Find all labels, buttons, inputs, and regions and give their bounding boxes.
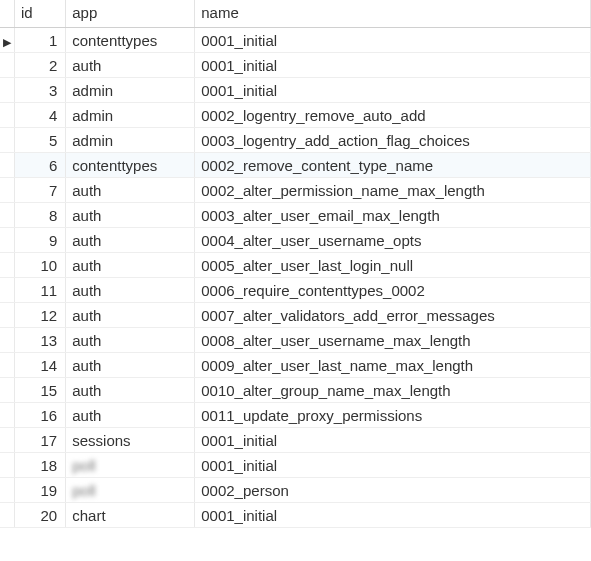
table-row[interactable]: 4admin0002_logentry_remove_auto_add	[0, 103, 591, 128]
cell-id[interactable]: 11	[15, 278, 66, 303]
column-header-name[interactable]: name	[195, 0, 591, 28]
current-row-indicator-icon: ▶	[3, 37, 11, 48]
cell-app[interactable]: auth	[66, 53, 195, 78]
row-indicator-cell	[0, 253, 15, 278]
row-indicator-cell	[0, 53, 15, 78]
cell-app[interactable]: sessions	[66, 428, 195, 453]
cell-name[interactable]: 0003_alter_user_email_max_length	[195, 203, 591, 228]
cell-name[interactable]: 0002_alter_permission_name_max_length	[195, 178, 591, 203]
column-header-id[interactable]: id	[15, 0, 66, 28]
cell-app[interactable]: poll	[66, 478, 195, 503]
table-row[interactable]: 11auth0006_require_contenttypes_0002	[0, 278, 591, 303]
cell-id[interactable]: 1	[15, 28, 66, 53]
table-row[interactable]: 6contenttypes0002_remove_content_type_na…	[0, 153, 591, 178]
table-row[interactable]: 7auth0002_alter_permission_name_max_leng…	[0, 178, 591, 203]
row-indicator-cell	[0, 503, 15, 528]
cell-app[interactable]: admin	[66, 128, 195, 153]
row-indicator-cell	[0, 78, 15, 103]
row-indicator-cell	[0, 478, 15, 503]
cell-name[interactable]: 0001_initial	[195, 428, 591, 453]
cell-id[interactable]: 9	[15, 228, 66, 253]
cell-id[interactable]: 8	[15, 203, 66, 228]
cell-name[interactable]: 0005_alter_user_last_login_null	[195, 253, 591, 278]
table-row[interactable]: 8auth0003_alter_user_email_max_length	[0, 203, 591, 228]
cell-name[interactable]: 0011_update_proxy_permissions	[195, 403, 591, 428]
table-row[interactable]: 2auth0001_initial	[0, 53, 591, 78]
cell-name[interactable]: 0004_alter_user_username_opts	[195, 228, 591, 253]
cell-name[interactable]: 0002_logentry_remove_auto_add	[195, 103, 591, 128]
cell-app[interactable]: auth	[66, 203, 195, 228]
row-indicator-cell	[0, 403, 15, 428]
table-row[interactable]: 5admin0003_logentry_add_action_flag_choi…	[0, 128, 591, 153]
table-row[interactable]: ▶1contenttypes0001_initial	[0, 28, 591, 53]
row-indicator-cell	[0, 278, 15, 303]
cell-app[interactable]: auth	[66, 328, 195, 353]
cell-id[interactable]: 3	[15, 78, 66, 103]
table-row[interactable]: 17sessions0001_initial	[0, 428, 591, 453]
cell-id[interactable]: 5	[15, 128, 66, 153]
row-indicator-cell	[0, 103, 15, 128]
row-indicator-cell	[0, 353, 15, 378]
cell-app[interactable]: admin	[66, 103, 195, 128]
table-row[interactable]: 12auth0007_alter_validators_add_error_me…	[0, 303, 591, 328]
cell-id[interactable]: 17	[15, 428, 66, 453]
cell-app[interactable]: auth	[66, 403, 195, 428]
table-row[interactable]: 18poll0001_initial	[0, 453, 591, 478]
cell-id[interactable]: 15	[15, 378, 66, 403]
cell-app[interactable]: auth	[66, 178, 195, 203]
cell-id[interactable]: 6	[15, 153, 66, 178]
cell-app[interactable]: poll	[66, 453, 195, 478]
cell-id[interactable]: 16	[15, 403, 66, 428]
cell-id[interactable]: 18	[15, 453, 66, 478]
cell-name[interactable]: 0003_logentry_add_action_flag_choices	[195, 128, 591, 153]
cell-id[interactable]: 14	[15, 353, 66, 378]
data-table[interactable]: id app name ▶1contenttypes0001_initial2a…	[0, 0, 591, 528]
cell-name[interactable]: 0001_initial	[195, 53, 591, 78]
cell-app[interactable]: chart	[66, 503, 195, 528]
row-indicator-cell	[0, 378, 15, 403]
cell-app[interactable]: auth	[66, 378, 195, 403]
cell-name[interactable]: 0007_alter_validators_add_error_messages	[195, 303, 591, 328]
table-row[interactable]: 16auth0011_update_proxy_permissions	[0, 403, 591, 428]
cell-app[interactable]: admin	[66, 78, 195, 103]
table-row[interactable]: 19poll0002_person	[0, 478, 591, 503]
cell-app[interactable]: contenttypes	[66, 28, 195, 53]
cell-name[interactable]: 0010_alter_group_name_max_length	[195, 378, 591, 403]
cell-id[interactable]: 7	[15, 178, 66, 203]
cell-app[interactable]: auth	[66, 278, 195, 303]
table-row[interactable]: 20chart0001_initial	[0, 503, 591, 528]
table-row[interactable]: 9auth0004_alter_user_username_opts	[0, 228, 591, 253]
cell-app[interactable]: auth	[66, 228, 195, 253]
cell-name[interactable]: 0009_alter_user_last_name_max_length	[195, 353, 591, 378]
row-indicator-cell	[0, 128, 15, 153]
column-header-app[interactable]: app	[66, 0, 195, 28]
row-indicator-cell	[0, 328, 15, 353]
cell-name[interactable]: 0006_require_contenttypes_0002	[195, 278, 591, 303]
cell-id[interactable]: 20	[15, 503, 66, 528]
cell-name[interactable]: 0001_initial	[195, 453, 591, 478]
cell-name[interactable]: 0008_alter_user_username_max_length	[195, 328, 591, 353]
cell-id[interactable]: 19	[15, 478, 66, 503]
cell-id[interactable]: 2	[15, 53, 66, 78]
row-indicator-cell	[0, 303, 15, 328]
table-row[interactable]: 14auth0009_alter_user_last_name_max_leng…	[0, 353, 591, 378]
cell-id[interactable]: 13	[15, 328, 66, 353]
table-row[interactable]: 15auth0010_alter_group_name_max_length	[0, 378, 591, 403]
cell-app[interactable]: contenttypes	[66, 153, 195, 178]
cell-app[interactable]: auth	[66, 303, 195, 328]
table-row[interactable]: 10auth0005_alter_user_last_login_null	[0, 253, 591, 278]
cell-name[interactable]: 0002_person	[195, 478, 591, 503]
row-indicator-header	[0, 0, 15, 28]
cell-app[interactable]: auth	[66, 353, 195, 378]
cell-name[interactable]: 0002_remove_content_type_name	[195, 153, 591, 178]
cell-id[interactable]: 10	[15, 253, 66, 278]
cell-name[interactable]: 0001_initial	[195, 28, 591, 53]
cell-id[interactable]: 12	[15, 303, 66, 328]
cell-name[interactable]: 0001_initial	[195, 503, 591, 528]
row-indicator-cell	[0, 153, 15, 178]
cell-app[interactable]: auth	[66, 253, 195, 278]
table-row[interactable]: 3admin0001_initial	[0, 78, 591, 103]
table-row[interactable]: 13auth0008_alter_user_username_max_lengt…	[0, 328, 591, 353]
cell-name[interactable]: 0001_initial	[195, 78, 591, 103]
cell-id[interactable]: 4	[15, 103, 66, 128]
